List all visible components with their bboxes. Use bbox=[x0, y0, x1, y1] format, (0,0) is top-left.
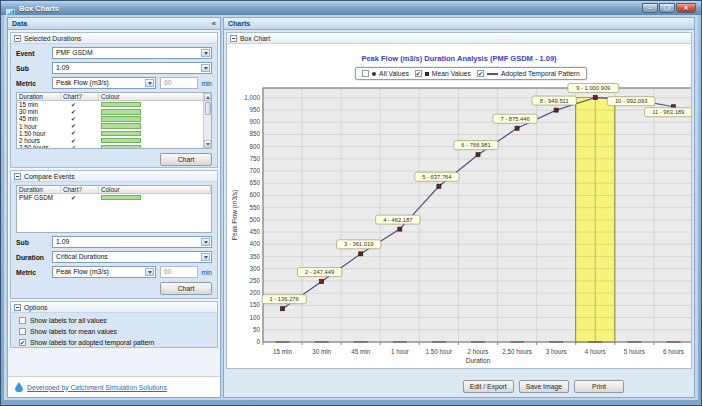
legend-checkbox[interactable]: ✔ bbox=[477, 70, 484, 77]
duration-row[interactable]: 1 hour✔ bbox=[17, 123, 211, 130]
col-duration: Duration bbox=[17, 93, 61, 100]
x-tick-label: 4 hours bbox=[585, 348, 606, 355]
print-button[interactable]: Print bbox=[574, 380, 624, 393]
metric-value: Peak Flow (m3/s) bbox=[56, 268, 109, 275]
sub-dropdown[interactable]: 1.09 bbox=[52, 62, 212, 74]
x-tick-label: 5 hours bbox=[624, 348, 645, 355]
chart-checkbox[interactable]: ✔ bbox=[71, 138, 76, 144]
dropdown-arrow-icon bbox=[201, 64, 210, 72]
charts-panel: Charts Box Chart Peak Flow (m3/s) Durati… bbox=[223, 17, 695, 398]
mean-value-marker bbox=[515, 126, 519, 130]
checkbox-adopted-pattern[interactable]: ✔ bbox=[19, 339, 26, 346]
chart-button[interactable]: Chart bbox=[160, 282, 212, 295]
duration-row[interactable]: 15 min✔ bbox=[17, 101, 211, 108]
mean-value-marker bbox=[281, 307, 285, 311]
collapse-group-icon[interactable] bbox=[230, 35, 237, 42]
legend-label: All Values bbox=[379, 70, 409, 77]
box-chart-group: Box Chart Peak Flow (m3/s) Duration Anal… bbox=[226, 32, 692, 369]
selected-durations-header: Selected Durations bbox=[11, 33, 217, 44]
col-duration: Duration bbox=[17, 186, 61, 193]
options-title: Options bbox=[24, 304, 47, 311]
chart-checkbox[interactable]: ✔ bbox=[71, 102, 76, 108]
mean-value-marker bbox=[398, 227, 402, 231]
sub-value: 1.09 bbox=[56, 238, 69, 245]
metric-dropdown[interactable]: Peak Flow (m3/s) bbox=[52, 77, 156, 89]
chart-checkbox[interactable]: ✔ bbox=[71, 195, 76, 201]
chart-checkbox[interactable]: ✔ bbox=[71, 130, 76, 136]
y-tick-label: 850 bbox=[249, 130, 260, 137]
y-tick-label: 900 bbox=[249, 118, 260, 125]
data-panel-header: Data « bbox=[7, 17, 221, 30]
checkbox-all-values[interactable] bbox=[19, 317, 26, 324]
legend-label: Mean Values bbox=[432, 70, 471, 77]
scroll-down-icon[interactable] bbox=[204, 140, 211, 148]
colour-swatch[interactable] bbox=[101, 138, 141, 144]
minutes-unit-label: min bbox=[202, 269, 212, 276]
developer-link[interactable]: Developed by Catchment Simulation Soluti… bbox=[27, 384, 167, 391]
maximize-button[interactable]: ❐ bbox=[659, 3, 675, 13]
colour-swatch[interactable] bbox=[101, 131, 141, 137]
charts-panel-header: Charts bbox=[223, 17, 695, 30]
y-tick-label: 250 bbox=[249, 277, 260, 284]
dropdown-arrow-icon bbox=[145, 79, 154, 87]
y-tick-label: 350 bbox=[249, 253, 260, 260]
duration-row[interactable]: 2 hours✔ bbox=[17, 137, 211, 144]
point-label: 1 - 136.276 bbox=[269, 296, 298, 302]
duration-row[interactable]: 30 min✔ bbox=[17, 108, 211, 115]
event-dropdown[interactable]: PMF GSDM bbox=[52, 47, 212, 59]
developer-footer: Developed by Catchment Simulation Soluti… bbox=[8, 376, 220, 397]
minimize-button[interactable]: – bbox=[642, 3, 658, 13]
x-tick-label: 1.50 hour bbox=[426, 348, 453, 355]
colour-swatch[interactable] bbox=[101, 195, 141, 201]
y-tick-label: 500 bbox=[249, 216, 260, 223]
table-scrollbar[interactable] bbox=[203, 93, 211, 148]
collapse-panel-icon[interactable]: « bbox=[212, 20, 216, 28]
compare-events-title: Compare Events bbox=[24, 173, 75, 180]
colour-swatch[interactable] bbox=[101, 145, 141, 149]
scroll-up-icon[interactable] bbox=[204, 93, 211, 101]
option-label: Show labels for adopted temporal pattern bbox=[30, 339, 154, 346]
options-header: Options bbox=[11, 302, 217, 313]
compare-event-row[interactable]: PMF GSDM✔ bbox=[17, 194, 211, 201]
duration-row[interactable]: 45 min✔ bbox=[17, 115, 211, 122]
window-content: Data « Selected Durations Event PMF GSDM bbox=[4, 15, 698, 400]
col-colour: Colour bbox=[99, 93, 211, 100]
option-label: Show labels for all values bbox=[30, 317, 107, 324]
colour-swatch[interactable] bbox=[101, 123, 141, 129]
y-tick-label: 650 bbox=[249, 179, 260, 186]
chart-button[interactable]: Chart bbox=[160, 153, 212, 166]
legend-line-icon bbox=[487, 73, 498, 75]
chart-checkbox[interactable]: ✔ bbox=[71, 109, 76, 115]
duration-dropdown[interactable]: Critical Durations bbox=[52, 251, 212, 263]
minutes-input[interactable]: 60 bbox=[160, 266, 198, 278]
chart-checkbox[interactable]: ✔ bbox=[71, 145, 76, 149]
checkbox-mean-values[interactable] bbox=[19, 328, 26, 335]
edit-export-button[interactable]: Edit / Export bbox=[463, 380, 514, 393]
scroll-thumb[interactable] bbox=[205, 102, 211, 115]
sub-label: Sub bbox=[16, 65, 52, 72]
colour-swatch[interactable] bbox=[101, 109, 141, 115]
x-tick-label: 30 min bbox=[312, 348, 331, 355]
dropdown-arrow-icon bbox=[201, 253, 210, 261]
col-colour: Colour bbox=[99, 186, 211, 193]
sub-dropdown[interactable]: 1.09 bbox=[52, 236, 212, 248]
duration-row[interactable]: 1.50 hour✔ bbox=[17, 130, 211, 137]
titlebar[interactable]: Box Charts – ❐ ✕ bbox=[1, 1, 701, 15]
close-button[interactable]: ✕ bbox=[676, 3, 696, 13]
legend-checkbox[interactable]: ✔ bbox=[415, 70, 422, 77]
charts-panel-body: Box Chart Peak Flow (m3/s) Duration Anal… bbox=[223, 30, 695, 398]
collapse-group-icon[interactable] bbox=[14, 173, 21, 180]
chart-checkbox[interactable]: ✔ bbox=[71, 123, 76, 129]
chart-checkbox[interactable]: ✔ bbox=[71, 116, 76, 122]
collapse-group-icon[interactable] bbox=[14, 304, 21, 311]
colour-swatch[interactable] bbox=[101, 116, 141, 122]
save-image-button[interactable]: Save Image bbox=[519, 380, 569, 393]
chart-legend: All Values✔Mean Values✔Adopted Temporal … bbox=[355, 67, 587, 80]
legend-checkbox[interactable] bbox=[362, 70, 369, 77]
colour-swatch[interactable] bbox=[101, 102, 141, 108]
selected-durations-title: Selected Durations bbox=[24, 35, 81, 42]
metric-dropdown[interactable]: Peak Flow (m3/s) bbox=[52, 266, 156, 278]
minutes-input[interactable]: 60 bbox=[160, 77, 198, 89]
duration-row[interactable]: 2.50 hours✔ bbox=[17, 144, 211, 149]
collapse-group-icon[interactable] bbox=[14, 35, 21, 42]
